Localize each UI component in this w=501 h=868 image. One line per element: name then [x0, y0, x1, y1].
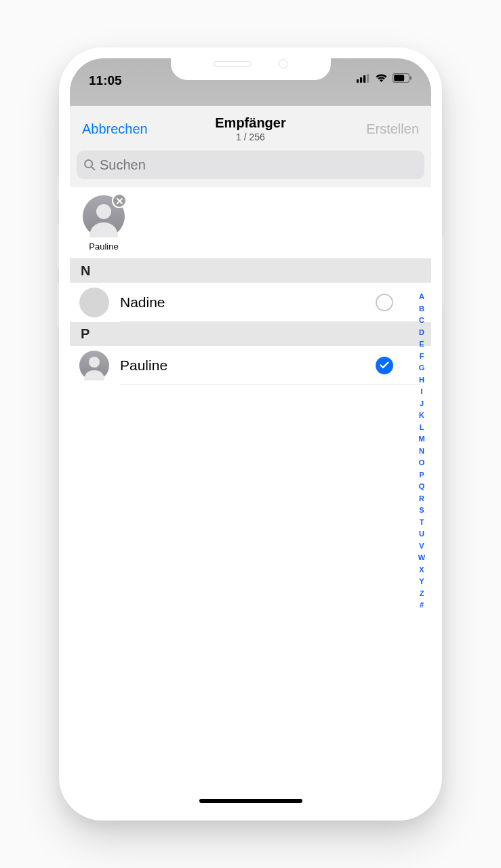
index-letter[interactable]: V [419, 540, 424, 553]
cancel-button[interactable]: Abbrechen [82, 121, 215, 137]
index-letter[interactable]: S [419, 505, 424, 517]
index-letter[interactable]: K [419, 410, 424, 422]
volume-up-button [57, 224, 59, 269]
remove-selected-button[interactable] [112, 193, 127, 208]
index-letter[interactable]: U [419, 528, 424, 540]
index-letter[interactable]: Y [419, 576, 424, 588]
svg-line-8 [92, 167, 94, 170]
index-letter[interactable]: F [420, 351, 424, 363]
mute-switch [57, 176, 59, 201]
index-letter[interactable]: Z [420, 588, 424, 600]
phone-frame: 11:05 [59, 47, 442, 821]
search-icon [83, 159, 96, 171]
volume-down-button [57, 282, 59, 327]
index-letter[interactable]: O [419, 457, 425, 469]
search-box[interactable] [77, 151, 424, 179]
selected-chip[interactable]: Pauline [79, 195, 128, 252]
index-letter[interactable]: L [420, 422, 424, 434]
svg-point-9 [96, 204, 111, 219]
selected-recipients-strip: Pauline [70, 187, 431, 259]
contact-list[interactable]: N Nadine P Pauline [70, 259, 431, 385]
page-title: Empfänger [215, 115, 285, 131]
contact-name: Pauline [120, 357, 365, 374]
avatar [79, 351, 109, 380]
clock-time: 11:05 [89, 73, 122, 88]
index-letter[interactable]: E [419, 338, 424, 351]
svg-point-10 [89, 357, 100, 368]
index-letter[interactable]: # [420, 599, 424, 612]
selected-chip-name: Pauline [89, 241, 118, 252]
index-letter[interactable]: X [419, 564, 424, 576]
svg-rect-0 [357, 79, 359, 83]
contact-row[interactable]: Nadine [70, 283, 431, 322]
index-letter[interactable]: H [419, 374, 424, 387]
earpiece-speaker [214, 61, 252, 66]
index-letter[interactable]: G [419, 362, 425, 374]
svg-rect-2 [363, 75, 365, 83]
selection-circle-unchecked[interactable] [376, 294, 393, 311]
notch [171, 58, 331, 80]
svg-rect-3 [367, 74, 369, 83]
index-letter[interactable]: C [419, 315, 424, 327]
index-letter[interactable]: W [418, 552, 425, 564]
wifi-icon [375, 73, 388, 83]
index-letter[interactable]: N [419, 446, 424, 458]
index-letter[interactable]: B [419, 303, 424, 315]
svg-rect-1 [360, 77, 362, 83]
selection-counter: 1 / 256 [215, 132, 285, 142]
index-letter[interactable]: T [420, 517, 424, 529]
create-button[interactable]: Erstellen [286, 121, 419, 137]
section-header: P [70, 322, 431, 346]
index-letter[interactable]: I [420, 386, 422, 398]
alphabet-index[interactable]: ABCDEFGHIJKLMNOPQRSTUVWXYZ# [415, 291, 428, 612]
power-button [442, 237, 444, 305]
home-indicator[interactable] [199, 799, 302, 803]
cellular-icon [357, 74, 370, 83]
index-letter[interactable]: J [420, 398, 424, 410]
avatar [79, 288, 109, 317]
index-letter[interactable]: A [419, 291, 424, 303]
svg-rect-5 [394, 75, 404, 81]
search-input[interactable] [100, 157, 418, 173]
contact-name: Nadine [120, 294, 365, 311]
front-camera [279, 59, 288, 68]
person-icon [79, 351, 109, 380]
section-header: N [70, 259, 431, 283]
svg-rect-6 [410, 77, 412, 80]
battery-icon [393, 73, 412, 83]
checkmark-icon [380, 361, 389, 369]
nav-title-block: Empfänger 1 / 256 [215, 115, 285, 142]
index-letter[interactable]: M [418, 433, 424, 446]
screen: 11:05 [70, 58, 431, 810]
search-container [70, 151, 431, 187]
selection-circle-checked[interactable] [376, 357, 393, 374]
close-icon [117, 198, 123, 204]
contact-row[interactable]: Pauline [70, 346, 431, 385]
navigation-bar: Abbrechen Empfänger 1 / 256 Erstellen [70, 106, 431, 151]
index-letter[interactable]: D [419, 327, 424, 339]
status-icons [357, 73, 412, 83]
index-letter[interactable]: P [419, 469, 424, 481]
index-letter[interactable]: Q [419, 481, 425, 493]
index-letter[interactable]: R [419, 493, 424, 505]
avatar [83, 195, 125, 237]
